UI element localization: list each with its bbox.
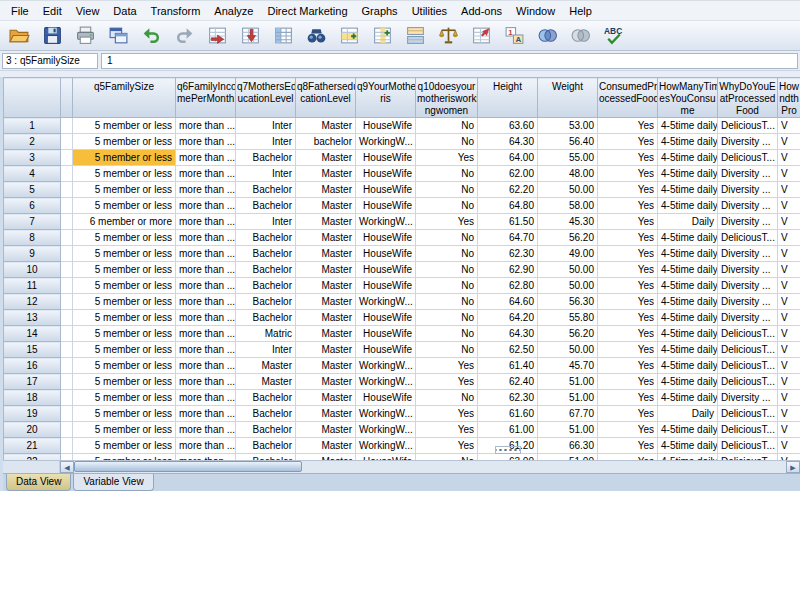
cell-Height[interactable]: 62.00 (478, 166, 538, 182)
cell-Weight[interactable]: 66.30 (538, 438, 598, 454)
menu-item-direct-marketing[interactable]: Direct Marketing (260, 3, 354, 19)
cell-HowManyTimesYouConsume[interactable]: 4-5time daily (658, 326, 718, 342)
cell-q6FamilyIncomePerMonth[interactable]: more than ... (176, 374, 236, 390)
row-number[interactable]: 18 (4, 390, 61, 406)
cell-Weight[interactable]: 56.20 (538, 326, 598, 342)
column-header-ConsumedProcessedFood[interactable]: ConsumedPr ocessedFood (598, 78, 658, 118)
cell-ConsumedProcessedFood[interactable]: Yes (598, 118, 658, 134)
cell-q9YourMotheris[interactable]: HouseWife (356, 390, 416, 406)
cell-clipped-left[interactable] (61, 390, 73, 406)
cell-ConsumedProcessedFood[interactable]: Yes (598, 214, 658, 230)
cell-clipped-right[interactable]: V (778, 150, 800, 166)
cell-q5FamilySize[interactable]: 6 member or more (73, 214, 176, 230)
cell-clipped-left[interactable] (61, 342, 73, 358)
cell-q5FamilySize[interactable]: 5 member or less (73, 182, 176, 198)
cell-q9YourMotheris[interactable]: WorkingW... (356, 406, 416, 422)
row-number[interactable]: 21 (4, 438, 61, 454)
cell-WhyDoYouEatProcessedFood[interactable]: Diversity ... (718, 166, 778, 182)
cell-q7MothersEducationLevel[interactable]: Bachelor (236, 310, 296, 326)
cell-clipped-right[interactable]: V (778, 262, 800, 278)
cell-q8FatherseducationLevel[interactable]: Master (296, 342, 356, 358)
cell-HowManyTimesYouConsume[interactable]: 4-5time daily (658, 182, 718, 198)
menu-item-addons[interactable]: Add-ons (454, 3, 509, 19)
cell-q9YourMotheris[interactable]: HouseWife (356, 278, 416, 294)
cell-ConsumedProcessedFood[interactable]: Yes (598, 374, 658, 390)
cell-q7MothersEducationLevel[interactable]: Bachelor (236, 422, 296, 438)
goto-variable-icon[interactable] (237, 24, 263, 48)
cell-clipped-left[interactable] (61, 326, 73, 342)
cell-q8FatherseducationLevel[interactable]: Master (296, 374, 356, 390)
column-header-Weight[interactable]: Weight (538, 78, 598, 118)
cell-q10doesyourmotherisworkingwomen[interactable]: No (416, 118, 478, 134)
menu-item-data[interactable]: Data (106, 3, 143, 19)
cell-clipped-right[interactable]: V (778, 134, 800, 150)
cell-clipped-left[interactable] (61, 374, 73, 390)
cell-q10doesyourmotherisworkingwomen[interactable]: No (416, 262, 478, 278)
cell-q5FamilySize[interactable]: 5 member or less (73, 118, 176, 134)
column-header-q8FatherseducationLevel[interactable]: q8Fathersedu cationLevel (296, 78, 356, 118)
cell-q6FamilyIncomePerMonth[interactable]: more than ... (176, 198, 236, 214)
cell-Height[interactable]: 62.30 (478, 390, 538, 406)
cell-Weight[interactable]: 45.30 (538, 214, 598, 230)
goto-case-icon[interactable] (204, 24, 230, 48)
cell-q8FatherseducationLevel[interactable]: Master (296, 182, 356, 198)
row-number[interactable]: 4 (4, 166, 61, 182)
row-number[interactable]: 9 (4, 246, 61, 262)
scrollbar-thumb[interactable] (74, 461, 302, 472)
cell-q7MothersEducationLevel[interactable]: Inter (236, 214, 296, 230)
cell-q8FatherseducationLevel[interactable]: Master (296, 214, 356, 230)
cell-ConsumedProcessedFood[interactable]: Yes (598, 310, 658, 326)
insert-variable-icon[interactable] (369, 24, 395, 48)
menu-item-graphs[interactable]: Graphs (355, 3, 405, 19)
cell-Height[interactable]: 62.40 (478, 374, 538, 390)
row-number[interactable]: 2 (4, 134, 61, 150)
cell-q7MothersEducationLevel[interactable]: Master (236, 358, 296, 374)
cell-Weight[interactable]: 55.00 (538, 150, 598, 166)
cell-WhyDoYouEatProcessedFood[interactable]: DeliciousT... (718, 150, 778, 166)
cell-q5FamilySize[interactable]: 5 member or less (73, 246, 176, 262)
cell-clipped-left[interactable] (61, 422, 73, 438)
cell-q8FatherseducationLevel[interactable]: Master (296, 278, 356, 294)
cell-clipped-left[interactable] (61, 214, 73, 230)
menu-item-file[interactable]: File (4, 3, 36, 19)
cell-Height[interactable]: 62.30 (478, 246, 538, 262)
cell-ConsumedProcessedFood[interactable]: Yes (598, 342, 658, 358)
recall-dialogs-icon[interactable] (105, 24, 131, 48)
cell-ConsumedProcessedFood[interactable]: Yes (598, 230, 658, 246)
cell-q10doesyourmotherisworkingwomen[interactable]: No (416, 182, 478, 198)
cell-Height[interactable]: 61.60 (478, 406, 538, 422)
tab-data-view[interactable]: Data View (6, 474, 71, 491)
cell-ConsumedProcessedFood[interactable]: Yes (598, 246, 658, 262)
cell-q6FamilyIncomePerMonth[interactable]: more than ... (176, 438, 236, 454)
cell-clipped-left[interactable] (61, 262, 73, 278)
cell-q5FamilySize[interactable]: 5 member or less (73, 342, 176, 358)
cell-Weight[interactable]: 51.00 (538, 422, 598, 438)
cell-q10doesyourmotherisworkingwomen[interactable]: Yes (416, 406, 478, 422)
cell-q6FamilyIncomePerMonth[interactable]: more than ... (176, 134, 236, 150)
cell-q8FatherseducationLevel[interactable]: Master (296, 438, 356, 454)
cell-WhyDoYouEatProcessedFood[interactable]: DeliciousT... (718, 406, 778, 422)
cell-ConsumedProcessedFood[interactable]: Yes (598, 198, 658, 214)
cell-q7MothersEducationLevel[interactable]: Bachelor (236, 406, 296, 422)
cell-Height[interactable]: 63.60 (478, 118, 538, 134)
cell-q8FatherseducationLevel[interactable]: Master (296, 358, 356, 374)
cell-HowManyTimesYouConsume[interactable]: Daily (658, 214, 718, 230)
cell-clipped-left[interactable] (61, 134, 73, 150)
cell-q8FatherseducationLevel[interactable]: Master (296, 166, 356, 182)
row-number[interactable]: 7 (4, 214, 61, 230)
find-icon[interactable] (303, 24, 329, 48)
row-number[interactable]: 11 (4, 278, 61, 294)
column-header-Height[interactable]: Height (478, 78, 538, 118)
cell-Height[interactable]: 62.80 (478, 278, 538, 294)
cell-q7MothersEducationLevel[interactable]: Inter (236, 342, 296, 358)
cell-q8FatherseducationLevel[interactable]: Master (296, 310, 356, 326)
cell-q9YourMotheris[interactable]: HouseWife (356, 182, 416, 198)
cell-q9YourMotheris[interactable]: WorkingW... (356, 358, 416, 374)
cell-q9YourMotheris[interactable]: WorkingW... (356, 422, 416, 438)
cell-q10doesyourmotherisworkingwomen[interactable]: No (416, 342, 478, 358)
cell-q8FatherseducationLevel[interactable]: Master (296, 326, 356, 342)
cell-q5FamilySize[interactable]: 5 member or less (73, 374, 176, 390)
weight-cases-icon[interactable] (435, 24, 461, 48)
cell-clipped-left[interactable] (61, 230, 73, 246)
pane-splitter-handle[interactable] (495, 446, 521, 454)
